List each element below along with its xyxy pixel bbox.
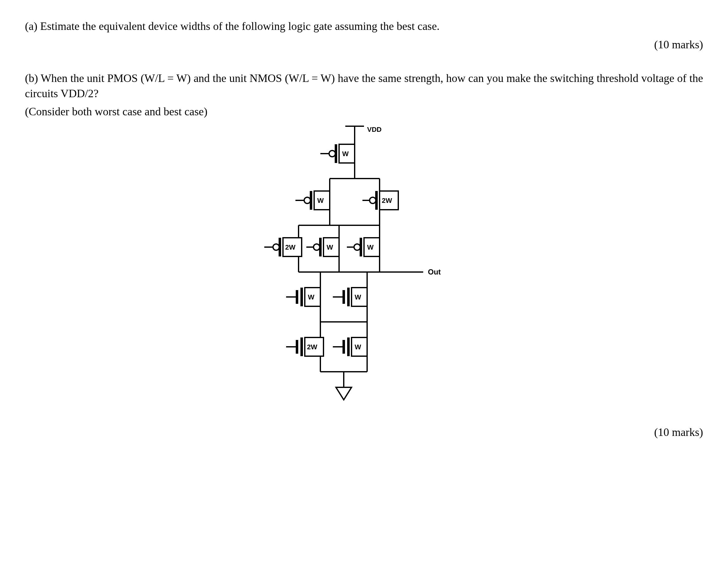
question-a-text: (a) Estimate the equivalent device width… (25, 19, 703, 34)
nmos-row2-left: 2W (286, 337, 323, 356)
pmos-row3-right: W (347, 238, 380, 256)
circuit-diagram: VDD W W 2W (25, 126, 703, 412)
question-b-line2: (Consider both worst case and best case) (25, 104, 703, 119)
pmos3a-label: 2W (285, 243, 295, 251)
pmos-row2-right: 2W (362, 191, 398, 210)
svg-point-4 (329, 151, 335, 157)
nmos1a-label: W (308, 293, 314, 301)
svg-point-12 (304, 197, 310, 203)
nmos1b-label: W (355, 293, 361, 301)
circuit-svg: VDD W W 2W (255, 126, 473, 412)
pmos3c-label: W (367, 243, 374, 251)
pmos1-label: W (342, 150, 349, 158)
pmos-row3-mid: W (306, 238, 339, 256)
pmos2b-label: 2W (382, 197, 392, 204)
pmos-row1-t1: W (320, 144, 355, 163)
pmos2a-label: W (317, 197, 324, 204)
nmos2b-label: W (355, 343, 361, 351)
nmos2a-label: 2W (307, 343, 317, 351)
pmos-row3-left: 2W (264, 238, 302, 256)
pmos-row2-left: W (295, 191, 330, 210)
out-label: Out (428, 268, 441, 276)
svg-point-16 (370, 197, 376, 203)
question-b-marks: (10 marks) (25, 425, 703, 440)
question-b-line1: (b) When the unit PMOS (W/L = W) and the… (25, 71, 703, 101)
nmos-row1-right: W (333, 288, 367, 306)
question-a-marks: (10 marks) (25, 37, 703, 52)
pmos3b-label: W (327, 243, 333, 251)
svg-marker-67 (336, 387, 352, 400)
vdd-label: VDD (367, 126, 381, 133)
nmos-row2-right: W (333, 337, 367, 356)
svg-point-30 (314, 244, 320, 250)
svg-point-34 (354, 244, 360, 250)
nmos-row1-left: W (286, 288, 320, 306)
svg-point-26 (273, 244, 279, 250)
